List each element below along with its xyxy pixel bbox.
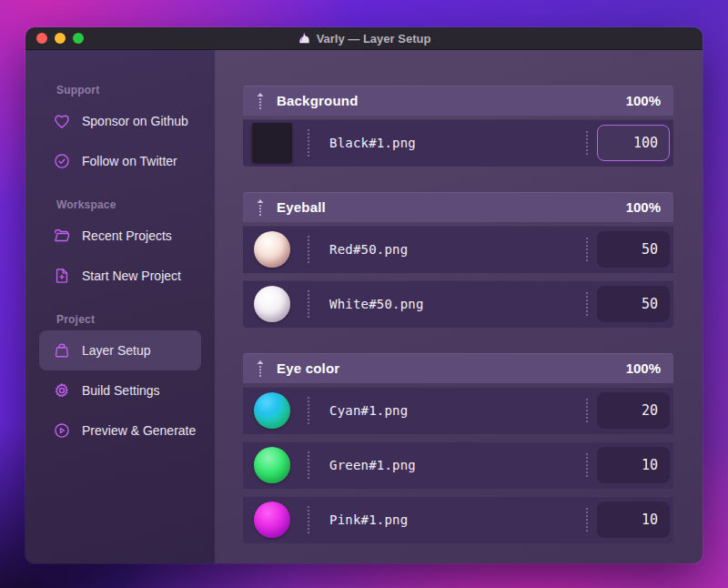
minimize-button[interactable] xyxy=(55,33,66,44)
group-header: Eye color 100% xyxy=(243,353,673,383)
divider xyxy=(308,506,309,533)
sidebar-item-preview-generate[interactable]: Preview & Generate xyxy=(39,411,201,451)
divider xyxy=(586,508,588,532)
layer-filename: Black#1.png xyxy=(329,136,586,150)
layer-filename: Green#1.png xyxy=(329,458,586,472)
titlebar: Varly — Layer Setup xyxy=(25,27,703,50)
divider xyxy=(586,238,588,261)
drag-handle-icon[interactable] xyxy=(256,198,265,217)
sidebar-item-recent-projects[interactable]: Recent Projects xyxy=(39,216,201,256)
traffic-lights xyxy=(36,27,84,49)
layer-row-white: White#50.png xyxy=(243,280,673,328)
sidebar-section-project: Project Layer Setup Build Settings Previ… xyxy=(25,312,215,451)
badge-check-icon xyxy=(53,152,71,170)
zoom-button[interactable] xyxy=(73,33,84,44)
layer-weight-input[interactable] xyxy=(597,125,670,161)
layer-row-red: Red#50.png xyxy=(243,226,673,273)
sidebar-item-start-new-project[interactable]: Start New Project xyxy=(39,256,201,296)
drag-handle-icon[interactable] xyxy=(256,360,265,378)
sidebar-item-label: Start New Project xyxy=(82,269,181,283)
window-content: Support Sponsor on Github Follow on Twit… xyxy=(25,50,703,563)
layer-thumbnail xyxy=(254,502,290,538)
section-label: Support xyxy=(56,83,215,97)
sidebar-item-label: Build Settings xyxy=(82,383,160,398)
window-title: Varly — Layer Setup xyxy=(298,32,431,46)
window-title-text: Varly — Layer Setup xyxy=(317,32,431,46)
sidebar-item-label: Follow on Twitter xyxy=(82,154,177,168)
group-title: Background xyxy=(277,93,359,108)
section-label: Project xyxy=(56,312,215,327)
divider xyxy=(308,236,309,263)
sidebar-item-label: Preview & Generate xyxy=(82,423,196,438)
drag-handle-icon[interactable] xyxy=(256,92,265,110)
layer-thumbnail xyxy=(254,392,290,429)
layer-setup-panel: Background 100% Black#1.png xyxy=(216,50,703,563)
group-weight: 100% xyxy=(626,93,661,108)
divider xyxy=(308,129,309,157)
divider xyxy=(586,292,588,316)
sidebar-item-label: Sponsor on Github xyxy=(82,114,188,128)
layer-row-black: Black#1.png xyxy=(243,119,673,167)
sidebar-item-layer-setup[interactable]: Layer Setup xyxy=(39,330,201,370)
layer-filename: Red#50.png xyxy=(329,242,586,257)
group-title: Eye color xyxy=(277,360,339,376)
layer-weight-input[interactable] xyxy=(597,392,670,429)
layer-group-background: Background 100% Black#1.png xyxy=(243,86,673,167)
group-weight: 100% xyxy=(626,199,661,215)
divider xyxy=(586,131,588,155)
sidebar-section-workspace: Workspace Recent Projects Start New Proj… xyxy=(25,198,215,296)
sidebar-section-support: Support Sponsor on Github Follow on Twit… xyxy=(25,83,215,181)
archive-box-icon xyxy=(53,341,71,360)
unicorn-icon xyxy=(298,32,311,46)
layer-row-green: Green#1.png xyxy=(243,441,673,489)
layer-group-eyeball: Eyeball 100% Red#50.png White#50.png xyxy=(243,192,673,328)
layer-thumbnail xyxy=(252,123,292,163)
close-button[interactable] xyxy=(36,33,47,44)
layer-group-eye-color: Eye color 100% Cyan#1.png Green#1.png xyxy=(243,353,673,543)
section-label: Workspace xyxy=(56,198,215,212)
layer-weight-input[interactable] xyxy=(597,286,670,322)
layer-filename: White#50.png xyxy=(329,297,586,311)
group-weight: 100% xyxy=(626,360,661,376)
divider xyxy=(308,290,309,318)
divider xyxy=(586,399,588,422)
file-plus-icon xyxy=(53,267,71,285)
sidebar-item-build-settings[interactable]: Build Settings xyxy=(39,370,201,411)
layer-filename: Cyan#1.png xyxy=(329,403,586,418)
play-circle-icon xyxy=(53,421,71,440)
sidebar: Support Sponsor on Github Follow on Twit… xyxy=(25,50,216,563)
divider xyxy=(586,453,588,477)
sidebar-item-label: Recent Projects xyxy=(82,228,172,243)
layer-weight-input[interactable] xyxy=(597,231,670,268)
layer-thumbnail xyxy=(254,286,290,322)
gear-icon xyxy=(53,381,71,400)
layer-row-pink: Pink#1.png xyxy=(243,496,673,543)
group-header: Background 100% xyxy=(243,86,673,116)
layer-filename: Pink#1.png xyxy=(329,512,586,527)
app-window: Varly — Layer Setup Support Sponsor on G… xyxy=(25,27,703,563)
folder-icon xyxy=(53,227,71,245)
group-title: Eyeball xyxy=(277,199,326,215)
layer-thumbnail xyxy=(254,231,290,268)
sidebar-item-sponsor-on-github[interactable]: Sponsor on Github xyxy=(39,101,201,141)
heart-icon xyxy=(53,112,71,130)
sidebar-item-follow-on-twitter[interactable]: Follow on Twitter xyxy=(39,141,201,181)
group-header: Eyeball 100% xyxy=(243,192,673,222)
layer-weight-input[interactable] xyxy=(597,447,670,483)
divider xyxy=(308,397,309,424)
layer-thumbnail xyxy=(254,447,290,483)
layer-weight-input[interactable] xyxy=(597,502,670,538)
divider xyxy=(308,451,309,479)
sidebar-item-label: Layer Setup xyxy=(82,343,151,358)
layer-row-cyan: Cyan#1.png xyxy=(243,387,673,434)
